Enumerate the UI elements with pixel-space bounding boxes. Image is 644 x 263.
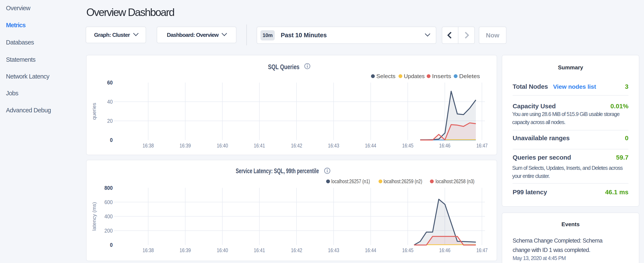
svg-text:16:47: 16:47 [476,247,488,253]
svg-text:0: 0 [110,242,113,248]
svg-text:16:42: 16:42 [291,247,302,253]
svg-text:16:44: 16:44 [365,247,376,253]
svg-text:Updates: Updates [404,73,425,79]
svg-text:16:41: 16:41 [254,142,265,149]
svg-text:16:38: 16:38 [143,247,154,253]
svg-text:60: 60 [107,79,113,86]
svg-text:16:40: 16:40 [217,142,228,149]
svg-text:800: 800 [104,185,113,191]
svg-text:16:45: 16:45 [402,142,414,149]
svg-text:latency (ms): latency (ms) [91,202,97,231]
svg-text:16:46: 16:46 [439,247,450,253]
svg-text:400: 400 [104,213,113,220]
svg-text:SQL Queries: SQL Queries [268,63,299,71]
svg-text:16:39: 16:39 [180,142,191,149]
svg-text:Deletes: Deletes [459,73,480,79]
svg-text:20: 20 [107,118,113,124]
svg-text:600: 600 [104,199,113,205]
svg-text:16:43: 16:43 [328,142,339,149]
svg-text:0: 0 [110,137,113,143]
svg-text:16:43: 16:43 [328,247,339,253]
svg-text:Inserts: Inserts [432,73,451,79]
svg-text:200: 200 [104,227,113,234]
svg-text:16:47: 16:47 [476,142,488,149]
svg-text:16:42: 16:42 [291,142,302,149]
svg-text:16:41: 16:41 [254,247,265,253]
svg-text:queries: queries [91,103,97,120]
svg-text:16:38: 16:38 [143,142,154,149]
svg-text:localhost:26258 (n3): localhost:26258 (n3) [436,178,474,184]
svg-text:16:40: 16:40 [217,247,228,253]
svg-text:40: 40 [107,99,113,105]
svg-text:localhost:26259 (n2): localhost:26259 (n2) [384,178,422,184]
svg-text:localhost:26257 (n1): localhost:26257 (n1) [331,178,370,184]
svg-text:16:44: 16:44 [365,142,376,149]
svg-text:16:45: 16:45 [402,247,414,253]
svg-text:Service Latency: SQL, 99th per: Service Latency: SQL, 99th percentile [236,167,319,175]
svg-text:Selects: Selects [376,73,396,79]
svg-text:16:46: 16:46 [439,142,450,149]
svg-text:16:39: 16:39 [180,247,191,253]
